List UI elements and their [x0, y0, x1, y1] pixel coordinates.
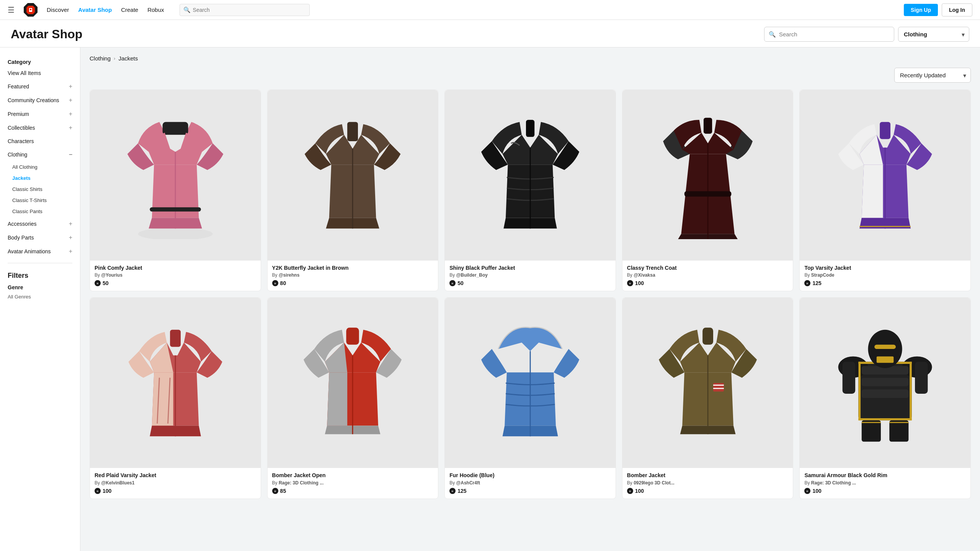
sort-select-wrap: Recently Updated Relevance Price (Low to… — [894, 68, 971, 83]
sidebar-item-collectibles[interactable]: Collectibles + — [0, 121, 80, 135]
price-amount-p4: 100 — [635, 280, 644, 286]
product-card-p10[interactable]: Samurai Armour Black Gold Rim By Rage: 3… — [799, 297, 971, 499]
nav-discover[interactable]: Discover — [47, 7, 69, 13]
svg-text:R: R — [452, 490, 454, 492]
product-creator-p1: By @Yourius — [95, 272, 256, 278]
main-content: Clothing › Jackets Recently Updated Rele… — [80, 47, 980, 551]
sidebar-item-accessories-label: Accessories — [8, 221, 36, 227]
sidebar-item-premium[interactable]: Premium + — [0, 107, 80, 121]
product-creator-p8: By @AshCr4ft — [449, 480, 611, 486]
sidebar-item-avatar-animations[interactable]: Avatar Animations + — [0, 245, 80, 258]
filters-title: Filters — [0, 268, 80, 281]
product-creator-p2: By @sirehns — [272, 272, 434, 278]
sidebar-subitem-classic-pants[interactable]: Classic Pants — [0, 206, 80, 217]
header-search-wrap: 🔍 — [764, 27, 894, 42]
product-card-p5[interactable]: Top Varsity Jacket By StrapCode R 125 — [799, 90, 971, 291]
product-name-p3: Shiny Black Puffer Jacket — [449, 264, 611, 271]
sidebar-subitem-all-clothing[interactable]: All Clothing — [0, 161, 80, 173]
product-card-p8[interactable]: Fur Hoodie (Blue) By @AshCr4ft R 125 — [444, 297, 616, 499]
svg-rect-26 — [170, 329, 181, 347]
svg-rect-53 — [859, 418, 912, 421]
genre-value[interactable]: All Genres — [0, 292, 80, 302]
svg-rect-19 — [684, 191, 731, 197]
product-card-p1[interactable]: Pink Comfy Jacket By @Yourius R 50 — [90, 90, 261, 291]
login-button[interactable]: Log In — [942, 3, 972, 16]
svg-rect-60 — [915, 362, 928, 394]
product-creator-p6: By @KelvinBlues1 — [95, 480, 256, 486]
svg-rect-22 — [880, 122, 890, 139]
collapse-clothing-icon: − — [69, 151, 72, 158]
price-amount-p7: 85 — [280, 488, 286, 494]
product-image-p2 — [268, 90, 438, 261]
sidebar-subitem-jackets[interactable]: Jackets — [0, 173, 80, 184]
signup-button[interactable]: Sign Up — [904, 4, 938, 16]
svg-rect-4 — [162, 122, 188, 135]
svg-point-3 — [138, 227, 212, 239]
product-name-p9: Bomber Jacket — [627, 472, 789, 479]
nav-avatar-shop[interactable]: Avatar Shop — [78, 7, 112, 13]
product-card-p4[interactable]: Classy Trench Coat By @Xivaksa R 100 — [622, 90, 794, 291]
product-card-p6[interactable]: Red Plaid Varsity Jacket By @KelvinBlues… — [90, 297, 261, 499]
product-creator-p3: By @Builder_Boy — [449, 272, 611, 278]
robux-icon-p1: R — [95, 280, 101, 286]
sidebar-view-all[interactable]: View All Items — [0, 67, 80, 80]
header-search-input[interactable] — [764, 27, 894, 42]
roblox-logo[interactable] — [24, 3, 38, 17]
sidebar-item-featured[interactable]: Featured + — [0, 80, 80, 93]
breadcrumb: Clothing › Jackets — [90, 55, 971, 62]
product-price-p10: R 100 — [804, 488, 966, 494]
robux-icon-p3: R — [449, 280, 456, 286]
product-name-p6: Red Plaid Varsity Jacket — [95, 472, 256, 479]
nav-auth: Sign Up Log In — [904, 3, 972, 16]
breadcrumb-parent[interactable]: Clothing — [90, 55, 111, 62]
category-select[interactable]: Clothing All Categories Accessories Body… — [898, 27, 969, 42]
svg-text:R: R — [97, 490, 99, 492]
product-price-p2: R 80 — [272, 280, 434, 286]
category-select-wrap: Clothing All Categories Accessories Body… — [898, 27, 969, 42]
svg-rect-50 — [862, 378, 909, 386]
robux-icon-p8: R — [449, 488, 456, 494]
product-price-p4: R 100 — [627, 280, 789, 286]
svg-rect-58 — [874, 344, 896, 349]
robux-icon-p2: R — [272, 280, 278, 286]
sidebar-item-clothing[interactable]: Clothing − — [0, 148, 80, 161]
product-card-p9[interactable]: Bomber Jacket By 0929lego 3D Clot... R 1… — [622, 297, 794, 499]
robux-icon-p10: R — [804, 488, 810, 494]
product-card-p3[interactable]: Shiny Black Puffer Jacket By @Builder_Bo… — [444, 90, 616, 291]
price-amount-p3: 50 — [457, 280, 464, 286]
product-price-p6: R 100 — [95, 488, 256, 494]
genre-title: Genre — [0, 281, 80, 292]
nav-search-input[interactable] — [180, 4, 310, 16]
product-info-p8: Fur Hoodie (Blue) By @AshCr4ft R 125 — [445, 468, 616, 498]
svg-rect-55 — [910, 362, 912, 420]
sidebar-item-characters[interactable]: Characters — [0, 135, 80, 148]
product-image-p4 — [622, 90, 793, 261]
product-card-p7[interactable]: Bomber Jacket Open By Rage: 3D Clothing … — [267, 297, 439, 499]
product-image-p7 — [268, 298, 438, 468]
nav-robux[interactable]: Robux — [147, 7, 164, 13]
product-image-p9 — [622, 298, 793, 468]
main-layout: Category View All Items Featured + Commu… — [0, 47, 980, 551]
svg-rect-62 — [889, 420, 908, 442]
price-amount-p6: 100 — [103, 488, 111, 494]
nav-search-icon: 🔍 — [183, 7, 191, 13]
product-info-p10: Samurai Armour Black Gold Rim By Rage: 3… — [800, 468, 970, 498]
sidebar-item-community[interactable]: Community Creations + — [0, 93, 80, 107]
top-nav: ☰ Discover Avatar Shop Create Robux 🔍 Si… — [0, 0, 980, 20]
product-name-p1: Pink Comfy Jacket — [95, 264, 256, 271]
product-card-p2[interactable]: Y2K Butterfly Jacket in Brown By @sirehn… — [267, 90, 439, 291]
robux-icon-p5: R — [804, 280, 810, 286]
sidebar-item-collectibles-label: Collectibles — [8, 125, 35, 131]
sort-select[interactable]: Recently Updated Relevance Price (Low to… — [894, 68, 971, 83]
product-name-p5: Top Varsity Jacket — [804, 264, 966, 271]
hamburger-menu[interactable]: ☰ — [8, 5, 15, 15]
expand-community-icon: + — [69, 97, 72, 104]
sidebar-item-accessories[interactable]: Accessories + — [0, 217, 80, 231]
sidebar-item-body-parts[interactable]: Body Parts + — [0, 231, 80, 245]
product-info-p3: Shiny Black Puffer Jacket By @Builder_Bo… — [445, 261, 616, 291]
product-creator-p7: By Rage: 3D Clothing ... — [272, 480, 434, 486]
sidebar-subitem-classic-tshirts[interactable]: Classic T-Shirts — [0, 195, 80, 206]
nav-create[interactable]: Create — [121, 7, 138, 13]
sidebar-subitem-classic-shirts[interactable]: Classic Shirts — [0, 184, 80, 195]
product-info-p4: Classy Trench Coat By @Xivaksa R 100 — [622, 261, 793, 291]
